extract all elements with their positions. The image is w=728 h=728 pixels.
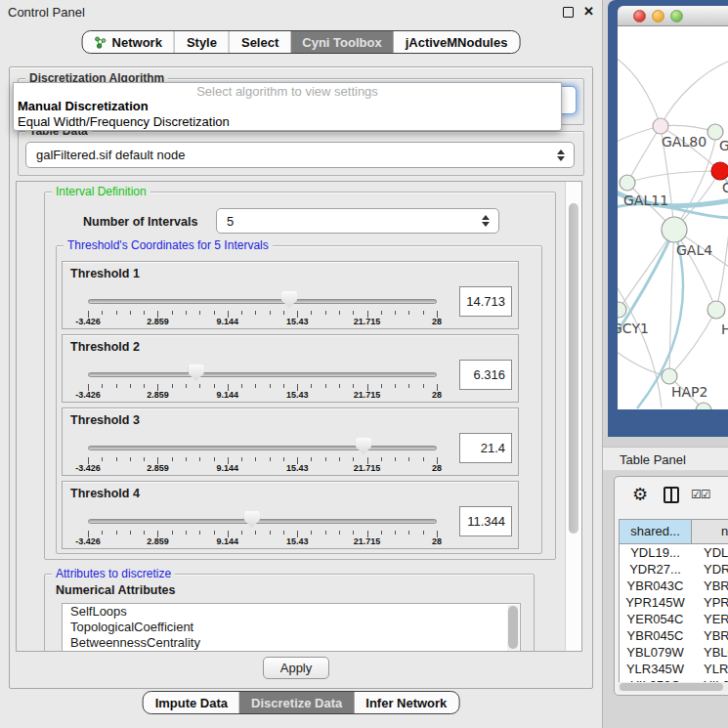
tab-discretize-data[interactable]: Discretize Data — [239, 692, 354, 713]
table-row[interactable]: YBR043CYBR0 — [620, 578, 728, 594]
tick-mark — [381, 311, 382, 315]
apply-button[interactable]: Apply — [263, 657, 329, 679]
tab-jactivemnodules[interactable]: jActiveMNodules — [394, 31, 520, 53]
split-columns-icon[interactable] — [664, 487, 679, 503]
tick-label: 15.43 — [268, 390, 326, 400]
tick-label: -3.426 — [59, 390, 117, 400]
tick-mark — [325, 531, 326, 535]
table-cell: YBR0 — [692, 578, 728, 594]
network-edge — [619, 230, 674, 310]
tick-mark — [311, 384, 312, 388]
network-window-titlebar[interactable] — [618, 6, 728, 26]
attribute-list-item[interactable]: BetweennessCentrality — [63, 635, 520, 651]
tick-mark — [408, 457, 409, 461]
node-label: GAL4 — [676, 242, 712, 258]
tick-mark — [102, 384, 103, 388]
close-panel-icon[interactable]: ✕ — [583, 4, 594, 19]
node-label: GAL11 — [623, 193, 668, 208]
table-toolbar: ⚙ ☑☑ — [615, 477, 728, 514]
tab-select[interactable]: Select — [229, 31, 290, 53]
table-row[interactable]: YLR345WYLR3 — [620, 661, 728, 677]
column-header-2[interactable]: na — [692, 520, 728, 543]
column-header-1[interactable]: shared... — [620, 520, 692, 543]
tab-infer-network[interactable]: Infer Network — [354, 692, 458, 713]
slider-thumb[interactable] — [356, 438, 371, 454]
table-cell: YLR345W — [620, 661, 692, 677]
network-node-gcy1[interactable] — [618, 302, 626, 318]
tick-mark — [241, 384, 242, 388]
select-columns-icon[interactable]: ☑☑ — [691, 488, 710, 501]
tick-label: -3.426 — [59, 536, 117, 546]
threshold-value-field[interactable]: 14.713 — [459, 286, 512, 317]
tick-mark — [116, 531, 117, 535]
table-hscrollbar[interactable] — [619, 682, 728, 692]
tick-mark — [311, 531, 312, 535]
slider-thumb[interactable] — [189, 364, 204, 381]
table-cell: YDR2 — [692, 561, 728, 578]
mac-close-icon[interactable] — [633, 10, 646, 22]
table-row[interactable]: YDL19...YDL1 — [620, 544, 728, 561]
network-node-h[interactable] — [707, 301, 725, 319]
tab-label: Style — [187, 35, 217, 50]
tick-mark — [408, 311, 409, 315]
tab-network[interactable]: Network — [83, 31, 174, 53]
tick-label: 21.715 — [338, 463, 397, 473]
tick-mark — [381, 384, 382, 388]
panel-title: Control Panel — [8, 5, 85, 20]
tick-mark — [172, 384, 173, 388]
float-panel-icon[interactable] — [563, 7, 574, 18]
tab-impute-data[interactable]: Impute Data — [144, 692, 239, 713]
algorithm-option[interactable]: Manual Discretization — [18, 99, 149, 113]
tick-mark — [395, 531, 396, 535]
network-node-c[interactable] — [711, 162, 728, 180]
threshold-value-field[interactable]: 6.316 — [459, 360, 512, 390]
table-cell: YER054C — [620, 611, 692, 627]
table-data-combobox[interactable]: galFiltered.sif default node — [25, 142, 575, 168]
network-edge — [618, 280, 662, 407]
attributes-scrollbar[interactable] — [507, 605, 519, 652]
network-node-gal4[interactable] — [662, 217, 687, 242]
settings-scrollbar[interactable] — [565, 182, 581, 651]
network-view-window: GAL80GACGAL11GAL4GCY1HHAP2 — [608, 0, 728, 437]
tick-mark — [353, 531, 354, 535]
mac-minimize-icon[interactable] — [652, 10, 664, 22]
slider-thumb[interactable] — [244, 511, 260, 528]
tick-mark — [255, 311, 256, 315]
slider-track[interactable] — [88, 372, 437, 377]
network-node-gal80[interactable] — [653, 118, 668, 134]
table-row[interactable]: YDR27...YDR2 — [620, 561, 728, 578]
tab-cyni-toolbox[interactable]: Cyni Toolbox — [290, 31, 393, 53]
tick-mark — [214, 384, 215, 388]
table-row[interactable]: YBL079WYBL0 — [620, 644, 728, 661]
slider-track[interactable] — [88, 519, 437, 524]
gear-icon[interactable]: ⚙ — [632, 484, 648, 505]
slider-thumb[interactable] — [281, 291, 297, 308]
table-row[interactable]: YBR045CYBR0 — [620, 627, 728, 644]
network-node-gal11[interactable] — [620, 175, 635, 191]
table-cell: YDR27... — [620, 561, 692, 578]
tick-mark — [199, 311, 200, 315]
network-canvas[interactable]: GAL80GACGAL11GAL4GCY1HHAP2 — [618, 26, 728, 409]
threshold-value-field[interactable]: 11.344 — [459, 506, 512, 536]
tick-mark — [144, 384, 145, 388]
mac-zoom-icon[interactable] — [670, 10, 683, 22]
threshold-label: Threshold 3 — [70, 413, 140, 427]
network-node-hap2[interactable] — [662, 368, 677, 384]
table-row[interactable]: YPR145WYPR1 — [620, 594, 728, 611]
slider-track[interactable] — [88, 446, 437, 450]
numerical-attributes-list[interactable]: SelfLoopsTopologicalCoefficientBetweenne… — [62, 603, 521, 652]
algorithm-option[interactable]: Equal Width/Frequency Discretization — [18, 114, 230, 129]
tick-label: 28 — [407, 390, 466, 400]
tab-style[interactable]: Style — [174, 31, 229, 53]
tick-mark — [102, 457, 103, 461]
table-row[interactable]: YER054CYER0 — [620, 611, 728, 627]
table-cell: YDL1 — [692, 544, 728, 561]
threshold-value-field[interactable]: 21.4 — [459, 433, 512, 463]
attribute-list-item[interactable]: SelfLoops — [63, 604, 520, 620]
number-of-intervals-combobox[interactable]: 5 — [216, 208, 499, 234]
tick-mark — [199, 531, 200, 535]
numerical-attributes-label: Numerical Attributes — [56, 583, 175, 597]
slider-track[interactable] — [88, 299, 437, 304]
control-panel: Control Panel ✕ NetworkStyleSelectCyni T… — [0, 0, 603, 728]
attribute-list-item[interactable]: TopologicalCoefficient — [63, 620, 520, 635]
